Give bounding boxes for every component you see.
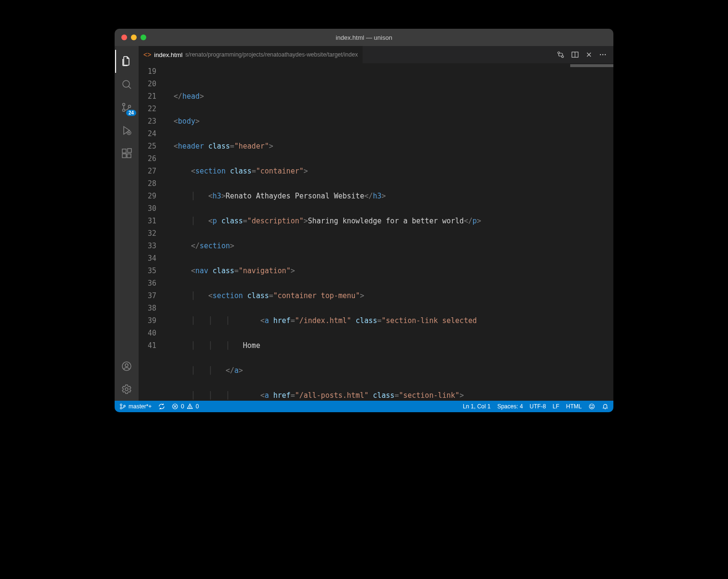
svg-point-19 <box>600 54 601 55</box>
svg-point-29 <box>190 407 190 408</box>
svg-point-4 <box>129 105 131 108</box>
status-indent[interactable]: Spaces: 4 <box>497 403 523 410</box>
scm-badge: 24 <box>126 110 136 116</box>
extensions-icon[interactable] <box>115 142 138 165</box>
status-language[interactable]: HTML <box>566 403 582 410</box>
tab-path: s/renato/programming/projects/renatoatha… <box>186 51 358 58</box>
close-tab-icon[interactable] <box>586 51 592 58</box>
traffic-lights <box>115 35 146 40</box>
window-title: index.html — unison <box>115 34 613 41</box>
source-control-icon[interactable]: 24 <box>115 96 138 119</box>
svg-point-3 <box>123 109 125 112</box>
activity-bar: 24 <box>115 46 139 401</box>
svg-point-20 <box>602 54 603 55</box>
svg-point-2 <box>123 104 125 106</box>
status-feedback-icon[interactable] <box>588 403 595 410</box>
html-file-icon: <> <box>143 51 151 58</box>
status-sync-icon[interactable] <box>158 403 165 410</box>
svg-point-31 <box>591 405 591 406</box>
titlebar: index.html — unison <box>115 29 613 46</box>
tab-bar: <> index.html s/renato/programming/proje… <box>139 46 613 63</box>
more-actions-icon[interactable] <box>599 51 607 58</box>
status-cursor[interactable]: Ln 1, Col 1 <box>463 403 491 410</box>
maximize-window-button[interactable] <box>141 35 146 40</box>
status-problems[interactable]: 0 0 <box>172 403 199 410</box>
svg-rect-7 <box>122 154 126 158</box>
compare-changes-icon[interactable] <box>557 51 564 58</box>
svg-point-12 <box>125 388 128 391</box>
status-branch[interactable]: master*+ <box>119 403 152 410</box>
explorer-icon[interactable] <box>115 50 138 73</box>
status-eol[interactable]: LF <box>552 403 559 410</box>
tab-actions <box>557 51 613 58</box>
tab-filename: index.html <box>154 51 182 58</box>
run-debug-icon[interactable] <box>115 119 138 142</box>
tab-index-html[interactable]: <> index.html s/renato/programming/proje… <box>139 46 363 63</box>
editor-window: index.html — unison 24 <box>115 29 613 412</box>
search-icon[interactable] <box>115 73 138 96</box>
settings-gear-icon[interactable] <box>115 378 138 401</box>
close-window-button[interactable] <box>121 35 127 40</box>
minimap-slider[interactable] <box>570 64 613 67</box>
svg-point-32 <box>592 405 593 406</box>
accounts-icon[interactable] <box>115 355 138 378</box>
svg-point-13 <box>558 52 560 54</box>
svg-point-21 <box>605 54 606 55</box>
minimize-window-button[interactable] <box>131 35 137 40</box>
editor-area: <> index.html s/renato/programming/proje… <box>139 46 613 401</box>
svg-point-23 <box>120 407 122 409</box>
statusbar: master*+ 0 0 Ln 1, Col 1 Spaces: 4 UTF-8… <box>115 401 613 412</box>
svg-point-11 <box>125 364 128 367</box>
svg-line-1 <box>129 86 131 89</box>
svg-point-14 <box>562 56 564 58</box>
split-editor-icon[interactable] <box>571 51 579 58</box>
svg-rect-6 <box>122 149 126 153</box>
svg-rect-8 <box>127 154 131 158</box>
svg-point-0 <box>123 81 129 87</box>
code-content[interactable]: </head> <body> <header class="header"> <… <box>165 63 613 401</box>
main-area: 24 <> index.html s/renato/progr <box>115 46 613 401</box>
line-number-gutter: 1920212223242526272829303132333435363738… <box>139 63 165 401</box>
svg-point-24 <box>124 405 126 407</box>
svg-point-22 <box>120 404 122 406</box>
editor-body[interactable]: 1920212223242526272829303132333435363738… <box>139 63 613 401</box>
svg-point-30 <box>589 404 595 409</box>
status-encoding[interactable]: UTF-8 <box>529 403 546 410</box>
svg-rect-9 <box>128 149 131 152</box>
status-bell-icon[interactable] <box>602 403 609 410</box>
